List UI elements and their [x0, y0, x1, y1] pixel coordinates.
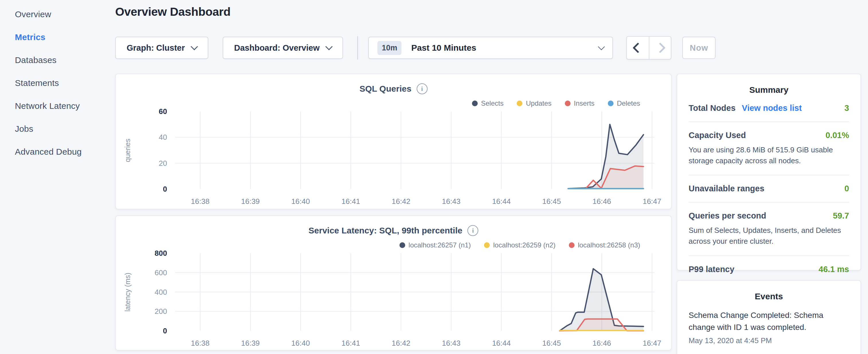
time-range-label: Past 10 Minutes: [411, 43, 476, 53]
sidebar: OverviewMetricsDatabasesStatementsNetwor…: [0, 3, 115, 163]
graph-dropdown[interactable]: Graph: Cluster: [115, 37, 208, 59]
summary-row-value: 46.1 ms: [819, 265, 849, 274]
svg-text:16:44: 16:44: [492, 197, 510, 206]
svg-text:600: 600: [155, 268, 167, 277]
time-pager: [626, 36, 672, 60]
summary-row-value: 3: [844, 103, 849, 113]
summary-row: Unavailable ranges0: [689, 184, 849, 193]
sidebar-item-statements[interactable]: Statements: [0, 72, 115, 95]
summary-row-label: Queries per second: [689, 211, 766, 221]
service-latency-chart-card: Service Latency: SQL, 99th percentile i …: [115, 215, 672, 351]
time-range-badge: 10m: [377, 41, 401, 55]
svg-text:16:44: 16:44: [492, 339, 510, 347]
sidebar-item-advanced-debug[interactable]: Advanced Debug: [0, 140, 115, 163]
svg-text:16:38: 16:38: [191, 339, 210, 347]
svg-text:16:43: 16:43: [442, 339, 461, 347]
now-button[interactable]: Now: [682, 37, 716, 59]
summary-row: Total NodesView nodes list3: [689, 103, 849, 113]
svg-text:16:42: 16:42: [392, 197, 410, 206]
service-latency-plot[interactable]: 16:3816:3916:4016:4116:4216:4316:4416:45…: [116, 216, 671, 350]
svg-text:16:41: 16:41: [342, 197, 360, 206]
chevron-down-icon: [191, 43, 198, 50]
summary-rows: Total NodesView nodes list3Capacity Used…: [677, 95, 861, 274]
sql-queries-chart-card: SQL Queries i SelectsUpdatesInsertsDelet…: [115, 74, 672, 210]
divider: [689, 122, 849, 122]
chevron-down-icon: [598, 43, 605, 50]
svg-text:200: 200: [155, 307, 167, 316]
events-panel: Events Schema Change Completed: Schema c…: [677, 280, 861, 354]
summary-row: Capacity Used0.01%: [689, 131, 849, 140]
app-root: OverviewMetricsDatabasesStatementsNetwor…: [0, 0, 868, 354]
sidebar-item-jobs[interactable]: Jobs: [0, 118, 115, 140]
chevron-left-icon: [632, 43, 643, 53]
event-timestamp: May 13, 2020 at 4:45 PM: [689, 336, 849, 345]
summary-panel: Summary Total NodesView nodes list3Capac…: [677, 74, 861, 271]
sql-queries-plot[interactable]: 16:3816:3916:4016:4116:4216:4316:4416:45…: [116, 74, 671, 209]
graph-dropdown-label: Graph: Cluster: [127, 43, 185, 53]
summary-row: P99 latency46.1 ms: [689, 265, 849, 274]
svg-text:40: 40: [159, 133, 167, 141]
svg-text:0: 0: [163, 185, 167, 193]
sidebar-item-databases[interactable]: Databases: [0, 49, 115, 72]
svg-text:16:45: 16:45: [542, 197, 561, 206]
sidebar-item-metrics[interactable]: Metrics: [0, 26, 115, 49]
divider: [358, 36, 358, 60]
events-heading: Events: [677, 292, 861, 301]
sidebar-item-network-latency[interactable]: Network Latency: [0, 95, 115, 118]
dashboard-dropdown-label: Dashboard: Overview: [234, 43, 319, 53]
svg-text:16:39: 16:39: [241, 339, 260, 347]
svg-text:16:46: 16:46: [593, 197, 611, 206]
event-item[interactable]: Schema Change Completed: Schema change w…: [677, 301, 861, 345]
time-next-button[interactable]: [649, 37, 671, 59]
event-text: Schema Change Completed: Schema change w…: [689, 309, 849, 333]
time-range-dropdown[interactable]: 10m Past 10 Minutes: [368, 37, 613, 59]
svg-text:16:39: 16:39: [241, 197, 260, 206]
controls-row: Graph: Cluster Dashboard: Overview 10m P…: [115, 37, 716, 59]
svg-text:16:40: 16:40: [291, 197, 310, 206]
sidebar-item-overview[interactable]: Overview: [0, 3, 115, 26]
dashboard-dropdown[interactable]: Dashboard: Overview: [223, 37, 343, 59]
summary-heading: Summary: [677, 85, 861, 95]
divider: [689, 202, 849, 202]
svg-text:16:45: 16:45: [542, 339, 561, 347]
summary-row-value: 0: [844, 184, 849, 193]
summary-row: Queries per second59.7: [689, 211, 849, 221]
summary-row-label: P99 latency: [689, 265, 735, 274]
svg-text:16:43: 16:43: [442, 197, 461, 206]
summary-row-label: Unavailable ranges: [689, 184, 764, 193]
summary-row-description: Sum of Selects, Updates, Inserts, and De…: [689, 225, 849, 247]
summary-row-label: Total Nodes: [689, 103, 736, 113]
chevron-down-icon: [325, 43, 333, 50]
svg-text:0: 0: [163, 326, 167, 335]
svg-text:16:40: 16:40: [291, 339, 310, 347]
svg-text:20: 20: [159, 159, 167, 167]
divider: [689, 255, 849, 256]
view-nodes-list-link[interactable]: View nodes list: [742, 103, 802, 113]
svg-text:16:42: 16:42: [392, 339, 410, 347]
summary-row-value: 0.01%: [826, 131, 849, 140]
svg-text:400: 400: [155, 288, 167, 296]
events-list: Schema Change Completed: Schema change w…: [677, 301, 861, 345]
chevron-right-icon: [655, 43, 665, 53]
divider: [689, 175, 849, 175]
svg-text:16:41: 16:41: [342, 339, 360, 347]
svg-text:60: 60: [159, 107, 167, 116]
svg-text:16:46: 16:46: [593, 339, 611, 347]
time-prev-button[interactable]: [627, 37, 649, 59]
summary-row-description: You are using 28.6 MiB of 515.9 GiB usab…: [689, 144, 849, 166]
svg-text:16:38: 16:38: [191, 197, 210, 206]
page-title: Overview Dashboard: [115, 5, 230, 19]
svg-text:16:47: 16:47: [643, 197, 661, 206]
svg-text:16:47: 16:47: [643, 339, 661, 347]
summary-row-label: Capacity Used: [689, 131, 746, 140]
svg-text:800: 800: [155, 249, 167, 257]
summary-row-value: 59.7: [833, 211, 849, 221]
